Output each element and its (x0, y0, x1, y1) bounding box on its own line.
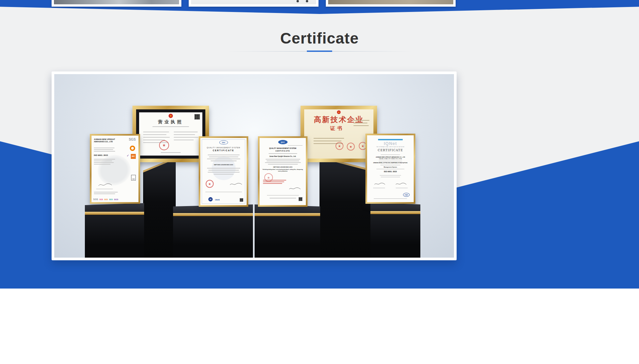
text-line (353, 123, 367, 123)
text-line (314, 141, 341, 141)
issuer-text-line (263, 183, 282, 184)
text-line (174, 140, 194, 140)
pedestal-top-face (85, 203, 144, 212)
sgs-orange-seal-icon (130, 146, 135, 151)
hitech-paper: ★ 高新技术企业 证书 ★ ★ ★ (304, 109, 373, 159)
issuer-text-line (263, 182, 284, 182)
qcc-company: Junan New Upright Abrasive Co., Ltd. (269, 156, 296, 157)
hitech-subtitle: 证书 (330, 125, 344, 132)
red-seal-icon: ★ (335, 142, 343, 150)
zrx-title-line1: QUALITY MANAGEMENT SYSTEM (207, 147, 240, 149)
pedestal-gold-stripe (85, 212, 144, 215)
certificate-business-license: ★ 营业执照 (132, 106, 209, 162)
red-seal-icon: ★ (206, 180, 214, 188)
pedestal-gold-stripe (173, 213, 253, 216)
signature-icon (374, 182, 386, 186)
text-line (94, 151, 115, 152)
factory-photo (54, 0, 179, 4)
iaf-badge: IAF (208, 197, 213, 201)
text-line (353, 125, 369, 126)
gallery-image-3[interactable] (326, 0, 456, 7)
text-line (208, 170, 239, 171)
text-line (380, 165, 400, 165)
certificate-iqnet: IQNet THE INTERNATIONAL CERTIFICATION NE… (365, 134, 415, 204)
divider-accent (307, 51, 332, 52)
text-line (267, 195, 299, 195)
title-divider (226, 51, 413, 52)
zrx-standard: GB/T19001-2016/ISO9001:2015 (214, 164, 233, 166)
license-mat: ★ 营业执照 (136, 109, 205, 159)
text-line (174, 134, 195, 135)
text-line (94, 164, 110, 165)
national-emblem-icon: ★ (169, 114, 173, 118)
sgs-standard: ISO 9001: 2015 (94, 154, 108, 156)
qr-code-icon (240, 198, 243, 202)
signature-icon (395, 182, 407, 186)
qr-code-icon (194, 114, 200, 120)
text-line (174, 137, 198, 138)
red-seal-icon: ★ (159, 140, 169, 150)
pedestal-body (370, 214, 420, 258)
pedestal-back-left (143, 157, 176, 258)
text-line (94, 162, 114, 163)
iqnet-company: JUNNAN NEW UPRIGHT ABRASIVES CO., LTD (376, 156, 405, 158)
page-bottom (0, 289, 639, 364)
certificate-sgs-iso9001: JUNNAN NEW UPRIGHT ABRASIVES CO., LTD IS… (90, 134, 140, 204)
text-line (211, 161, 237, 161)
sgs-paper: JUNNAN NEW UPRIGHT ABRASIVES CO., LTD IS… (92, 136, 138, 202)
iqnet-logo: IQNet (384, 141, 397, 146)
license-paper: ★ 营业执照 (139, 112, 202, 156)
gallery-image-1[interactable] (52, 0, 181, 7)
zrx-logo: ZRX (219, 140, 228, 145)
certificate-section: Certificate (0, 13, 639, 289)
pedestal-body (143, 157, 176, 258)
text-line (314, 138, 344, 139)
signature-line (373, 188, 385, 188)
text-line (208, 155, 240, 155)
text-line (267, 161, 299, 161)
text-line (381, 177, 400, 177)
pedestal-front-3 (255, 204, 320, 258)
text-line (266, 159, 300, 160)
pedestal-body (85, 215, 144, 258)
sgs-logo: SGS (129, 138, 136, 141)
text-line (376, 169, 404, 169)
text-line (288, 145, 303, 146)
pedestal-front-4 (370, 202, 420, 258)
signature-line (396, 188, 408, 188)
signature-icon (229, 182, 243, 186)
check-icon: ✓ (126, 154, 129, 157)
sgs-logo-icon: SGS (114, 198, 118, 200)
signature-line (96, 189, 113, 189)
text-line (152, 126, 189, 127)
cnas-badge: CNAS (215, 199, 220, 201)
signature-icon (289, 186, 301, 191)
text-line (205, 192, 242, 192)
pedestal-front-1 (85, 203, 144, 258)
sgs-logo-icon: SGS (100, 198, 103, 200)
certificate-zrx-qms: ZRX QUALITY MANAGEMENT SYSTEM CERTIFICAT… (199, 136, 248, 207)
qcc-title-line1: QUALITY MANAGEMENT SYSTEM (269, 147, 297, 149)
text-line (94, 161, 112, 161)
issuer-text-line (263, 180, 286, 181)
text-line (143, 137, 170, 138)
sgs-logo-icon: SGS (93, 198, 98, 200)
cqc-badge: CQC (403, 193, 410, 197)
text-line (94, 149, 113, 150)
sgs-company: JUNNAN NEW UPRIGHT ABRASIVES CO., LTD (94, 138, 117, 143)
gallery-image-2[interactable] (189, 0, 319, 7)
section-title: Certificate (0, 29, 639, 47)
text-line (269, 153, 297, 154)
iqnet-title: CERTIFICATE (378, 149, 403, 152)
sgs-footer-logos: SGS SGS SGS SGS SGS (93, 198, 118, 200)
red-seal-icon: ★ (264, 173, 273, 182)
text-line (94, 148, 114, 148)
iqnet-paper: IQNet THE INTERNATIONAL CERTIFICATION NE… (367, 135, 414, 202)
text-line (381, 155, 400, 155)
text-line (207, 159, 240, 159)
pedestal-body (320, 156, 372, 258)
brc-badge: BRC (131, 154, 136, 159)
zrx-paper: ZRX QUALITY MANAGEMENT SYSTEM CERTIFICAT… (200, 138, 247, 205)
text-line (143, 140, 165, 140)
page: Certificate (0, 0, 639, 364)
